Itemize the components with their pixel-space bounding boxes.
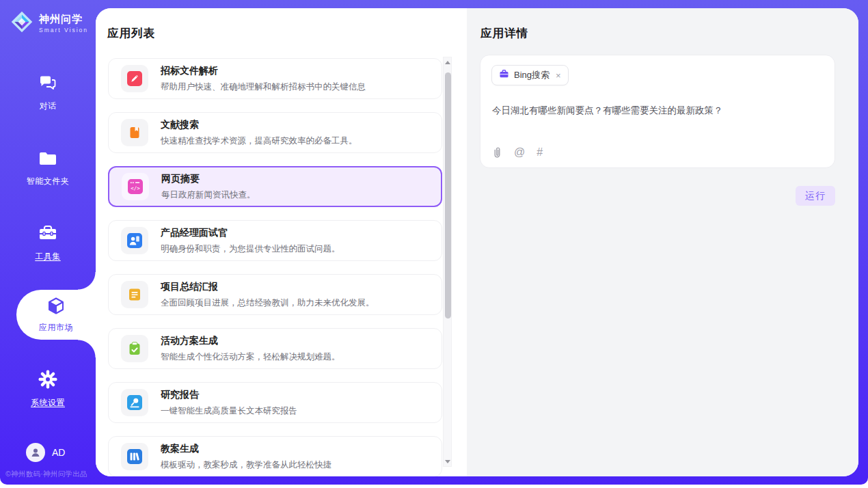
hash-icon[interactable]: # — [537, 146, 543, 159]
sidebar-item-label: 应用市场 — [39, 322, 73, 334]
app-item-title: 招标文件解析 — [161, 65, 366, 77]
app-list-item[interactable]: 教案生成模板驱动，教案秒成，教学准备从此轻松快捷 — [108, 436, 442, 476]
chat-icon — [38, 72, 58, 96]
app-list: 招标文件解析帮助用户快速、准确地理解和解析招标书中的关键信息文献搜索快速精准查找… — [108, 55, 442, 476]
app-list-item[interactable]: 招标文件解析帮助用户快速、准确地理解和解析招标书中的关键信息 — [108, 58, 442, 99]
app-list-item[interactable]: 文献搜索快速精准查找学术资源，提高研究效率的必备工具。 — [108, 112, 442, 153]
svg-text:</>: </> — [131, 185, 140, 191]
app-list-title: 应用列表 — [107, 26, 155, 41]
cube-icon — [46, 296, 66, 319]
sidebar-item-toolbox[interactable]: 工具集 — [0, 223, 96, 262]
prompt-toolbar: @ # — [492, 146, 543, 159]
app-item-title: 文献搜索 — [161, 119, 357, 131]
brand-name: 神州问学 — [39, 13, 88, 26]
microscope-icon — [121, 389, 148, 416]
note-icon — [121, 281, 148, 308]
scroll-up-button[interactable] — [443, 57, 452, 67]
app-item-description: 模板驱动，教案秒成，教学准备从此轻松快捷 — [161, 459, 331, 471]
attachment-icon[interactable] — [492, 147, 502, 159]
sidebar-item-app-market[interactable]: 应用市场 — [16, 290, 96, 340]
sidebar-item-chat[interactable]: 对话 — [0, 72, 96, 112]
scroll-down-button[interactable] — [443, 457, 452, 466]
app-list-item[interactable]: 产品经理面试官明确身份和职责，为您提供专业性的面试问题。 — [108, 220, 442, 261]
user-initials: AD — [52, 447, 65, 458]
user-avatar-icon — [26, 443, 45, 462]
app-item-description: 帮助用户快速、准确地理解和解析招标书中的关键信息 — [161, 81, 366, 93]
scrollbar-track[interactable] — [444, 67, 451, 457]
folder-icon — [37, 149, 59, 171]
edit-document-icon — [121, 65, 148, 92]
app-item-description: 一键智能生成高质量长文本研究报告 — [161, 405, 297, 417]
app-item-description: 快速精准查找学术资源，提高研究效率的必备工具。 — [161, 135, 357, 147]
triangle-up-icon — [445, 61, 450, 64]
app-item-title: 网页摘要 — [161, 173, 256, 185]
app-item-description: 智能生成个性化活动方案，轻松解决规划难题。 — [161, 351, 340, 363]
app-item-title: 研究报告 — [161, 389, 297, 401]
pill-notch-top — [78, 272, 96, 290]
webpage-code-icon: </> — [122, 173, 149, 200]
sidebar-item-smart-folder[interactable]: 智能文件夹 — [0, 149, 96, 187]
mention-icon[interactable]: @ — [514, 146, 525, 159]
app-detail-title: 应用详情 — [480, 26, 528, 41]
book-icon — [121, 119, 148, 146]
tool-tag-bing-search[interactable]: Bing搜索 × — [491, 65, 569, 85]
sidebar-item-label: 系统设置 — [31, 397, 65, 409]
toolbox-icon — [37, 223, 59, 246]
prompt-card: Bing搜索 × 今日湖北有哪些新闻要点？有哪些需要关注的最新政策？ @ # — [480, 55, 835, 168]
app-frame: 神州问学 Smart Vision 对话 智能文件夹 — [0, 0, 868, 485]
gear-icon — [38, 369, 58, 392]
sidebar: 神州问学 Smart Vision 对话 智能文件夹 — [0, 0, 96, 485]
app-item-description: 全面回顾项目进展，总结经验教训，助力未来优化发展。 — [161, 297, 375, 309]
app-list-item[interactable]: </>网页摘要每日政府新闻资讯快查。 — [108, 166, 442, 207]
user-account[interactable]: AD — [26, 443, 65, 462]
app-list-item[interactable]: 活动方案生成智能生成个性化活动方案，轻松解决规划难题。 — [108, 328, 442, 369]
clipboard-check-icon — [121, 335, 148, 362]
sidebar-item-label: 对话 — [40, 100, 57, 112]
briefcase-icon — [499, 69, 509, 81]
sidebar-item-label: 工具集 — [35, 251, 61, 262]
app-list-panel: 应用列表 招标文件解析帮助用户快速、准确地理解和解析招标书中的关键信息文献搜索快… — [96, 8, 467, 476]
app-item-title: 项目总结汇报 — [161, 281, 375, 293]
scrollbar-thumb[interactable] — [445, 72, 451, 318]
tool-tag-label: Bing搜索 — [514, 69, 550, 81]
list-scrollbar[interactable] — [443, 57, 452, 467]
run-button[interactable]: 运行 — [796, 186, 835, 206]
app-item-description: 每日政府新闻资讯快查。 — [161, 189, 256, 201]
diamond-gem-icon — [10, 10, 34, 37]
interviewer-icon — [121, 227, 148, 254]
app-item-title: 活动方案生成 — [161, 335, 340, 347]
content-shell: 应用列表 招标文件解析帮助用户快速、准确地理解和解析招标书中的关键信息文献搜索快… — [96, 8, 858, 476]
brand-tagline: Smart Vision — [39, 27, 88, 33]
app-item-title: 教案生成 — [161, 443, 331, 455]
copyright-text: ©神州数码·神州问学出品 — [5, 470, 101, 479]
app-list-item[interactable]: 项目总结汇报全面回顾项目进展，总结经验教训，助力未来优化发展。 — [108, 274, 442, 315]
app-item-title: 产品经理面试官 — [161, 227, 340, 239]
sidebar-item-label: 智能文件夹 — [27, 176, 70, 187]
brand-logo: 神州问学 Smart Vision — [10, 10, 88, 37]
triangle-down-icon — [445, 460, 450, 463]
app-detail-panel: 应用详情 Bing搜索 × 今日湖北有哪些新闻要点？有哪些需要关注的最新政策？ — [467, 8, 858, 476]
app-list-item[interactable]: 研究报告一键智能生成高质量长文本研究报告 — [108, 382, 442, 423]
app-item-description: 明确身份和职责，为您提供专业性的面试问题。 — [161, 243, 340, 255]
close-icon[interactable]: × — [556, 71, 561, 80]
sidebar-item-settings[interactable]: 系统设置 — [0, 369, 96, 409]
prompt-input[interactable]: 今日湖北有哪些新闻要点？有哪些需要关注的最新政策？ — [492, 104, 821, 118]
pill-notch-bottom — [78, 340, 96, 357]
books-icon — [121, 443, 148, 470]
